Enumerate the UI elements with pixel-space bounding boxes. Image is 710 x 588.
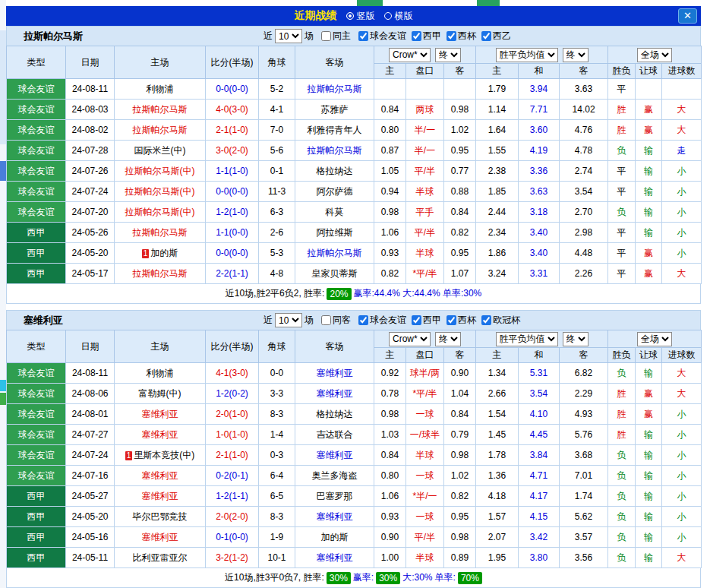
cell-result-goals: 小 [662,223,702,243]
layout-radio-vertical[interactable]: 竖版 [346,10,375,23]
league-filter-checkbox[interactable] [358,31,368,41]
bookmaker-select[interactable]: Crow* [389,332,431,346]
cell-odds-draw: 3.84 [519,445,560,466]
match-count-select[interactable]: 10 [275,313,302,327]
cell-result-goals: 小 [662,404,702,425]
cell-odds-draw: 4.17 [519,486,560,507]
cell-score: 2-0(2-0) [206,507,259,527]
fulltime-select[interactable]: 全场 [637,48,672,62]
cell-ah-line: 两球 [406,100,444,120]
cell-odds-draw: 3.18 [519,202,560,223]
cell-odds-home: 1.64 [476,120,519,141]
cell-away-team: 塞维利亚 [295,507,374,527]
close-button[interactable]: ✕ [678,8,697,24]
same-venue-filter: 同主 [316,30,351,43]
cell-odds-away: 1.74 [560,486,608,507]
cell-odds-draw: 7.71 [519,100,560,120]
cell-odds-draw: 4.45 [519,425,560,445]
league-filter-checkbox[interactable] [412,315,421,325]
cell-odds-away: 4.78 [560,141,608,161]
cell-result-wdl: 平 [608,182,636,202]
cell-corners: 5-6 [259,141,295,161]
cell-result-wdl: 负 [608,527,636,548]
cell-odds-away: 14.02 [560,100,608,120]
bookmaker-final-select[interactable]: 终 [435,332,461,346]
cell-odds-home: 1.14 [476,100,519,120]
radio-unselected-icon [384,12,392,20]
cell-odds-away: 5.62 [560,507,608,527]
cell-ah-home-odds: 0.92 [374,363,406,384]
match-row: 球会友谊24-08-01塞维利亚2-0(1-0)8-3格拉纳达0.98一球0.8… [7,404,702,425]
col-header-type: 类型 [7,330,66,363]
cell-odds-away: 3.57 [560,527,608,548]
cell-ah-away-odds: 0.90 [444,363,476,384]
rate-badge: 70% [458,572,482,584]
cell-odds-home: 1.57 [476,507,519,527]
cell-ah-home-odds: 0.80 [374,120,406,141]
match-row: 球会友谊24-08-11利物浦4-1(3-0)0-0塞维利亚0.92球半/两0.… [7,363,702,384]
cell-odds-away: 2.70 [560,202,608,223]
cell-ah-home-odds: 0.98 [374,404,406,425]
cell-home-team: 富勒姆(中) [115,384,206,404]
cell-result-handicap: 输 [636,202,662,223]
cell-odds-draw: 3.42 [519,527,560,548]
match-count-select[interactable]: 10 [275,29,302,43]
cell-date: 24-07-24 [66,182,115,202]
cell-odds-home: 1.85 [476,182,519,202]
background-fragment [0,380,6,391]
league-filter-checkbox[interactable] [447,315,456,325]
filters: 近 10 场 同客 球会友谊西甲西杯欧冠杯 [263,313,520,327]
match-row: 西甲24-05-17拉斯帕尔马斯2-2(1-1)4-8皇家贝蒂斯0.82*平/半… [7,264,702,284]
odds-avg-select[interactable]: 胜平负均值 [496,48,558,62]
col-header-ah-line: 盘口 [406,64,444,79]
cell-odds-draw: 4.71 [519,466,560,486]
cell-away-team: 拉斯帕尔马斯 [295,141,374,161]
cell-score: 4-0(3-0) [206,100,259,120]
cell-ah-away-odds: 0.98 [444,445,476,466]
cell-result-wdl: 平 [608,223,636,243]
league-filter-checkbox[interactable] [481,31,491,41]
cell-odds-away: 6.82 [560,363,608,384]
cell-ah-home-odds: 0.84 [374,100,406,120]
same-venue-checkbox[interactable] [321,31,331,41]
league-filter-checkbox[interactable] [358,315,368,325]
cell-result-handicap: 输 [636,507,662,527]
summary-text: 近10场,胜2平6负2, 胜率: [226,287,325,300]
cell-odds-draw: 4.10 [519,404,560,425]
cell-ah-line: *平/半 [406,384,444,404]
col-header-odds-away: 客 [560,64,608,79]
background-fragment [0,393,6,405]
near-label: 近 [263,314,273,327]
cell-home-team: 拉斯帕尔马斯 [115,223,206,243]
odds-avg-final-select[interactable]: 终 [563,332,589,346]
cell-ah-away-odds: 0.98 [444,100,476,120]
cell-home-team: 利物浦 [115,363,206,384]
odds-avg-final-select[interactable]: 终 [563,48,589,62]
cell-score: 4-1(3-0) [206,363,259,384]
fulltime-select[interactable]: 全场 [637,332,672,346]
section-filter-bar: 塞维利亚 近 10 场 同客 球会友谊西甲西杯欧冠杯 [6,310,701,330]
games-label: 场 [305,314,314,327]
odds-avg-select[interactable]: 胜平负均值 [496,332,558,346]
cell-home-team: 拉斯帕尔马斯(中) [115,161,206,182]
cell-home-team: 比利亚雷亚尔 [115,548,206,568]
cell-home-team: 塞维利亚 [115,404,206,425]
bookmaker-select[interactable]: Crow* [389,48,431,62]
table-body: 球会友谊24-08-11利物浦0-0(0-0)5-2拉斯帕尔马斯1.793.94… [7,79,702,284]
league-filter: 欧冠杯 [476,314,520,327]
col-header-odds-home: 主 [476,348,519,363]
league-filter-checkbox[interactable] [447,31,456,41]
league-filter-checkbox[interactable] [481,315,491,325]
cell-odds-draw: 3.40 [519,223,560,243]
cell-competition-type: 球会友谊 [7,141,66,161]
cell-ah-line: *半/一 [406,486,444,507]
same-venue-checkbox[interactable] [321,315,331,325]
cell-ah-line: 一球 [406,404,444,425]
team-section-home: 拉斯帕尔马斯 近 10 场 同主 球会友谊西甲西杯西乙 类 [6,26,701,304]
bookmaker-final-select[interactable]: 终 [435,48,461,62]
cell-result-goals: 大 [662,384,702,404]
league-filter-checkbox[interactable] [412,31,421,41]
cell-result-goals: 小 [662,486,702,507]
cell-odds-home: 2.66 [476,384,519,404]
layout-radio-horizontal[interactable]: 横版 [384,10,413,23]
